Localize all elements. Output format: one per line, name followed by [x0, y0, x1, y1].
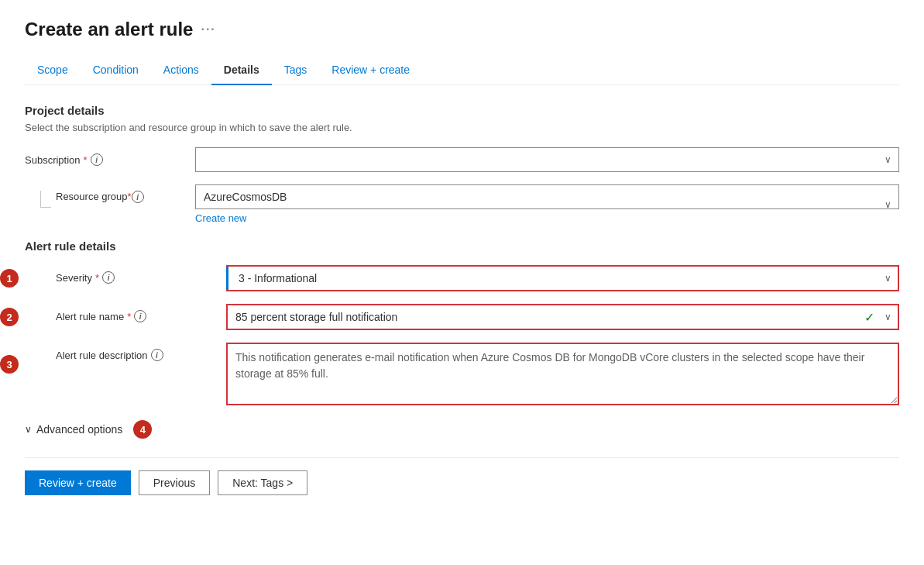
create-new-link[interactable]: Create new: [195, 212, 246, 224]
alert-rule-name-info-icon[interactable]: i: [134, 310, 146, 322]
project-details-section: Project details Select the subscription …: [25, 104, 899, 224]
alert-rule-details-title: Alert rule details: [25, 239, 899, 253]
tab-review-create[interactable]: Review + create: [319, 56, 422, 85]
step-2-badge: 2: [0, 308, 19, 326]
subscription-info-icon[interactable]: i: [91, 153, 103, 166]
resource-group-label-wrap: Resource group * i: [25, 184, 195, 208]
next-tags-button[interactable]: Next: Tags >: [218, 470, 307, 495]
severity-control: 3 - Informational 0 - Critical 1 - Error…: [226, 265, 899, 291]
previous-button[interactable]: Previous: [139, 470, 210, 495]
step-1-badge: 1: [0, 269, 19, 288]
resource-group-required: *: [128, 191, 132, 202]
alert-rule-name-control: ✓ ∨: [226, 304, 899, 330]
resource-group-indent: Resource group * i: [25, 191, 144, 208]
severity-info-icon[interactable]: i: [102, 271, 115, 284]
step-3-badge: 3: [0, 355, 19, 374]
alert-rule-details-section: Alert rule details 1 Severity * i 3 - In…: [25, 239, 899, 408]
subscription-required: *: [84, 154, 88, 166]
title-ellipsis: ···: [201, 22, 215, 36]
resource-group-info-icon[interactable]: i: [132, 191, 144, 203]
advanced-options-label: Advanced options: [36, 423, 122, 436]
resource-group-select[interactable]: AzureCosmosDB: [195, 184, 899, 209]
tab-scope[interactable]: Scope: [25, 56, 81, 85]
tab-tags[interactable]: Tags: [272, 56, 320, 85]
tab-bar: Scope Condition Actions Details Tags Rev…: [25, 56, 899, 85]
tab-actions[interactable]: Actions: [151, 56, 211, 85]
page-title-section: Create an alert rule ···: [25, 19, 899, 40]
tab-details[interactable]: Details: [211, 56, 272, 85]
subscription-select[interactable]: [195, 147, 899, 172]
severity-blue-bar: [226, 267, 228, 290]
alert-rule-name-label: Alert rule name * i: [56, 304, 226, 322]
advanced-options-chevron-icon: ∨: [25, 424, 32, 435]
severity-row: 1 Severity * i 3 - Informational 0 - Cri…: [25, 265, 899, 291]
review-create-button[interactable]: Review + create: [25, 470, 131, 495]
project-details-title: Project details: [25, 104, 899, 117]
tab-condition[interactable]: Condition: [81, 56, 151, 85]
advanced-options-toggle[interactable]: ∨ Advanced options 4: [25, 420, 899, 439]
alert-rule-name-required: *: [127, 311, 131, 322]
alert-rule-name-check-icon: ✓: [864, 310, 874, 325]
resource-group-control: AzureCosmosDB ∨ Create new: [195, 184, 899, 224]
subscription-row: Subscription * i ∨: [25, 147, 899, 172]
footer: Review + create Previous Next: Tags >: [25, 457, 899, 495]
subscription-control: ∨: [195, 147, 899, 172]
severity-required: *: [95, 272, 99, 284]
alert-rule-description-row: 3 Alert rule description i: [25, 343, 899, 408]
resource-group-line: [40, 191, 51, 208]
advanced-options-section: ∨ Advanced options 4: [25, 420, 899, 439]
alert-rule-name-input[interactable]: [226, 304, 899, 330]
alert-rule-name-row: 2 Alert rule name * i ✓ ∨: [25, 304, 899, 330]
page-title: Create an alert rule: [25, 19, 193, 40]
subscription-label: Subscription * i: [25, 147, 195, 166]
alert-rule-description-label: Alert rule description i: [56, 343, 226, 361]
severity-select[interactable]: 3 - Informational 0 - Critical 1 - Error…: [226, 265, 899, 291]
resource-group-row: Resource group * i AzureCosmosDB ∨ Creat…: [25, 184, 899, 224]
step-4-badge: 4: [133, 420, 152, 439]
alert-rule-description-textarea[interactable]: [226, 343, 899, 405]
project-details-desc: Select the subscription and resource gro…: [25, 122, 899, 133]
severity-label: Severity * i: [56, 265, 226, 284]
alert-rule-description-info-icon[interactable]: i: [151, 349, 163, 361]
alert-rule-description-control: [226, 343, 899, 408]
